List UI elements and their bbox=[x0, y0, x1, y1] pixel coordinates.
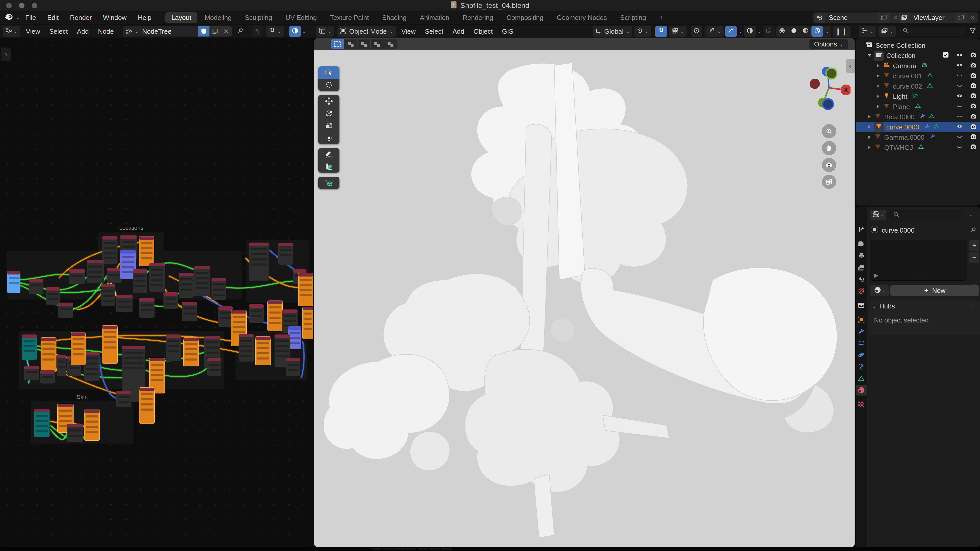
node-orange[interactable] bbox=[139, 387, 154, 423]
node-dark[interactable] bbox=[166, 335, 181, 361]
slot-expand-icon[interactable]: ▶ bbox=[874, 272, 878, 278]
properties-tab-world[interactable] bbox=[856, 286, 867, 297]
outliner-row-curve-001[interactable]: curve.001 bbox=[856, 71, 980, 81]
select-mode-subtract[interactable] bbox=[358, 39, 370, 49]
nav-grid-button[interactable] bbox=[822, 175, 836, 189]
material-slot-list[interactable]: ▶ ∷∷ bbox=[870, 240, 967, 281]
shading-wireframe-button[interactable] bbox=[776, 26, 788, 37]
node-menu-add[interactable]: Add bbox=[72, 28, 93, 35]
node-dark[interactable] bbox=[249, 304, 264, 323]
nav-zoom-button[interactable] bbox=[822, 124, 836, 138]
node-orange[interactable] bbox=[298, 273, 313, 306]
fake-user-shield-icon[interactable] bbox=[198, 26, 210, 37]
eye-closed-icon[interactable] bbox=[956, 113, 963, 122]
properties-editor-type-button[interactable]: ⌄ bbox=[870, 210, 886, 220]
editor-type-node-button[interactable]: ⌄ bbox=[3, 26, 20, 37]
overlays-toggle-button[interactable] bbox=[744, 26, 756, 37]
viewlayer-selector[interactable]: ViewLayer ✕ bbox=[898, 13, 978, 23]
node-bigblue[interactable] bbox=[7, 271, 21, 293]
breadcrumb-object-name[interactable]: curve.0000 bbox=[882, 227, 915, 234]
node-orange[interactable] bbox=[255, 337, 271, 365]
tool-rotate[interactable] bbox=[318, 107, 339, 119]
scene-name[interactable]: Scene bbox=[825, 14, 878, 22]
camera-visibility-icon[interactable] bbox=[970, 113, 977, 122]
select-mode-intersect[interactable] bbox=[384, 39, 397, 49]
tool-add-cube[interactable] bbox=[318, 177, 339, 189]
eye-closed-icon[interactable] bbox=[956, 82, 963, 91]
outliner-search-input[interactable] bbox=[898, 26, 967, 37]
menu-render[interactable]: Render bbox=[64, 11, 97, 24]
workspace-tab-rendering[interactable]: Rendering bbox=[457, 12, 500, 23]
disclosure-down-icon[interactable] bbox=[867, 52, 872, 60]
disclosure-right-icon[interactable] bbox=[875, 62, 881, 70]
nav-pan-button[interactable] bbox=[822, 141, 836, 155]
node-dark[interactable] bbox=[139, 298, 154, 318]
node-menu-select[interactable]: Select bbox=[45, 28, 72, 35]
properties-options-caret[interactable]: ⌄ bbox=[965, 210, 977, 220]
camera-visibility-icon[interactable] bbox=[970, 123, 977, 132]
outliner-row-scene collection[interactable]: Scene Collection bbox=[856, 40, 980, 51]
show-object-types-dropdown[interactable]: ⌄ bbox=[706, 26, 724, 37]
shading-rendered-button[interactable] bbox=[811, 26, 823, 37]
node-orange[interactable] bbox=[84, 410, 100, 440]
hubs-grip-icon[interactable]: ∷∷ bbox=[969, 303, 976, 309]
eye-closed-icon[interactable] bbox=[956, 72, 963, 81]
tool-scale[interactable] bbox=[318, 119, 339, 132]
workspace-tab-animation[interactable]: Animation bbox=[414, 12, 456, 23]
node-dark[interactable] bbox=[67, 424, 83, 442]
workspace-tab-texture-paint[interactable]: Texture Paint bbox=[324, 12, 375, 23]
node-dark[interactable] bbox=[58, 303, 73, 318]
node-dark[interactable] bbox=[286, 358, 300, 376]
viewlayer-unlink-icon[interactable]: ✕ bbox=[967, 13, 978, 23]
shading-caret-icon[interactable]: ⌄ bbox=[823, 29, 831, 34]
outliner-row-camera[interactable]: Camera bbox=[856, 61, 980, 71]
properties-tab-scene[interactable] bbox=[856, 274, 867, 285]
menu-window[interactable]: Window bbox=[97, 11, 132, 24]
node-dark[interactable] bbox=[57, 355, 67, 376]
editor-type-viewport-button[interactable]: ⌄ bbox=[316, 26, 334, 37]
outliner-row-qtwhgj[interactable]: QTWHGJ bbox=[856, 143, 980, 153]
properties-tab-tool[interactable] bbox=[856, 224, 867, 235]
tool-measure[interactable] bbox=[318, 160, 339, 173]
sidebar-toggle-tab[interactable]: ‹ bbox=[846, 59, 854, 73]
orientation-gizmo[interactable]: X bbox=[807, 60, 851, 116]
node-dark[interactable] bbox=[194, 266, 210, 296]
outliner-row-curve-002[interactable]: curve.002 bbox=[856, 81, 980, 91]
node-menu-node[interactable]: Node bbox=[94, 28, 119, 35]
viewport-3d[interactable]: Options⌄ bbox=[314, 38, 854, 547]
node-dark[interactable] bbox=[179, 273, 194, 298]
add-slot-button[interactable]: + bbox=[969, 240, 979, 251]
eye-open-icon[interactable] bbox=[956, 62, 963, 70]
camera-visibility-icon[interactable] bbox=[970, 133, 977, 142]
object-mode-dropdown[interactable]: Object Mode⌄ bbox=[337, 26, 396, 37]
menu-help[interactable]: Help bbox=[132, 11, 157, 24]
checkbox-icon[interactable] bbox=[942, 51, 949, 60]
viewlayer-name[interactable]: ViewLayer bbox=[910, 14, 956, 22]
viewport-menu-select[interactable]: Select bbox=[420, 28, 448, 35]
outliner-row-gamma-0000[interactable]: Gamma.0000 bbox=[856, 132, 980, 143]
outliner-display-mode-dropdown[interactable]: ⌄ bbox=[859, 26, 876, 37]
disclosure-right-icon[interactable] bbox=[867, 113, 872, 121]
node-dark[interactable] bbox=[101, 284, 115, 306]
node-dark[interactable] bbox=[133, 269, 147, 293]
camera-visibility-icon[interactable] bbox=[970, 62, 977, 70]
node-dark[interactable] bbox=[207, 358, 221, 376]
workspace-tab-compositing[interactable]: Compositing bbox=[500, 12, 550, 23]
eye-closed-icon[interactable] bbox=[956, 143, 963, 152]
node-dark[interactable] bbox=[249, 243, 269, 281]
tool-move[interactable] bbox=[318, 95, 339, 107]
properties-tab-collection[interactable] bbox=[856, 300, 867, 311]
properties-tab-output[interactable] bbox=[856, 251, 867, 261]
unlink-icon[interactable]: ✕ bbox=[221, 26, 232, 37]
node-tree-selector[interactable]: ⌄ NodeTree ✕ bbox=[123, 26, 232, 37]
node-teal[interactable] bbox=[22, 335, 37, 360]
camera-visibility-icon[interactable] bbox=[970, 51, 977, 60]
copy-datablock-icon[interactable] bbox=[210, 26, 221, 37]
node-dark[interactable] bbox=[24, 366, 39, 380]
tool-select-box[interactable] bbox=[318, 67, 339, 79]
workspace-tab-sculpting[interactable]: Sculpting bbox=[239, 12, 278, 23]
properties-tab-material[interactable] bbox=[856, 385, 867, 395]
disclosure-right-icon[interactable] bbox=[875, 103, 881, 111]
disclosure-right-icon[interactable] bbox=[867, 144, 872, 152]
node-dark[interactable] bbox=[116, 295, 132, 312]
